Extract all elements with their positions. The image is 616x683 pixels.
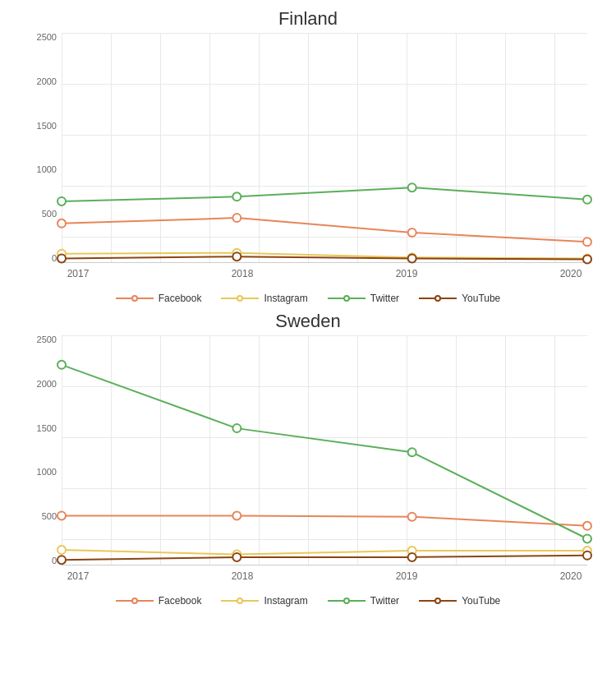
legend-line-symbol [328, 295, 365, 302]
y-label: 1000 [37, 468, 57, 477]
legend-line-symbol [116, 295, 154, 302]
legend-dash [221, 298, 237, 299]
svg-line-15 [237, 187, 411, 196]
legend-line-symbol [221, 295, 259, 302]
legend-1: FacebookInstagramTwitterYouTube [21, 595, 595, 607]
y-label: 500 [42, 210, 57, 219]
svg-point-6 [583, 238, 591, 246]
legend-dash [349, 600, 365, 602]
y-label: 2000 [37, 380, 57, 389]
x-label: 2018 [226, 268, 259, 279]
y-label: 1000 [37, 165, 57, 174]
legend-0: FacebookInstagramTwitterYouTube [21, 293, 595, 304]
legend-dash [328, 298, 344, 299]
y-label: 1500 [37, 424, 57, 433]
x-axis-0: 2017201820192020 [62, 263, 587, 288]
legend-label: Twitter [370, 293, 399, 304]
svg-point-32 [232, 512, 241, 520]
legend-line-symbol [419, 598, 457, 604]
x-label: 2018 [226, 570, 259, 582]
svg-line-23 [412, 258, 587, 259]
legend-label: YouTube [462, 293, 500, 304]
legend-dash [440, 600, 457, 602]
svg-line-2 [412, 233, 587, 242]
y-axis-0: 25002000150010005000 [21, 33, 62, 263]
y-label: 2500 [37, 335, 57, 344]
legend-item: Twitter [328, 595, 399, 607]
x-label: 2019 [390, 570, 423, 582]
svg-point-48 [583, 535, 591, 543]
svg-line-21 [62, 256, 237, 258]
svg-line-42 [62, 365, 237, 428]
legend-dash [116, 298, 132, 299]
legend-item: Instagram [221, 595, 307, 607]
page: Finland250020001500100050002017201820192… [0, 0, 616, 683]
legend-line-symbol [419, 295, 457, 302]
legend-line-symbol [116, 598, 154, 604]
legend-dash [440, 298, 457, 299]
svg-point-47 [408, 448, 416, 456]
svg-line-1 [237, 218, 411, 233]
legend-dash [242, 298, 259, 299]
y-label: 2500 [37, 33, 57, 42]
chart-title-1: Sweden [21, 311, 595, 332]
svg-point-34 [583, 522, 591, 530]
svg-point-53 [232, 553, 241, 561]
legend-label: Instagram [264, 293, 307, 304]
legend-dash [221, 600, 237, 602]
svg-line-51 [412, 556, 587, 557]
svg-point-33 [408, 513, 416, 521]
legend-label: Facebook [159, 293, 202, 304]
x-label: 2019 [390, 268, 423, 279]
legend-item: Facebook [116, 293, 202, 304]
svg-point-55 [583, 551, 591, 560]
legend-dash [242, 600, 259, 602]
svg-point-45 [57, 361, 66, 369]
legend-dash [116, 600, 132, 602]
svg-point-31 [57, 512, 66, 520]
svg-point-18 [232, 192, 241, 201]
svg-line-35 [62, 550, 237, 555]
legend-item: Instagram [221, 293, 307, 304]
x-label: 2020 [554, 268, 587, 279]
x-label: 2017 [62, 268, 94, 279]
svg-point-4 [232, 214, 241, 222]
legend-label: Instagram [264, 595, 307, 607]
chart-area-1: 250020001500100050002017201820192020 [21, 335, 595, 590]
x-label: 2020 [554, 570, 587, 582]
legend-item: YouTube [419, 595, 500, 607]
legend-dash [349, 298, 365, 299]
y-label: 0 [52, 254, 57, 263]
svg-line-49 [62, 557, 237, 560]
y-label: 0 [52, 556, 57, 565]
svg-line-0 [62, 218, 237, 224]
svg-point-54 [408, 553, 416, 561]
legend-line-symbol [221, 598, 259, 604]
chart-svg-0 [62, 33, 587, 263]
legend-item: Facebook [116, 595, 202, 607]
svg-point-3 [57, 219, 66, 228]
legend-label: Twitter [370, 595, 399, 607]
svg-line-44 [412, 452, 587, 538]
svg-point-38 [57, 546, 66, 554]
svg-line-29 [237, 516, 411, 517]
svg-point-26 [408, 254, 416, 262]
legend-label: YouTube [462, 595, 500, 607]
svg-point-46 [232, 424, 241, 432]
svg-point-25 [232, 252, 241, 261]
y-label: 1500 [37, 122, 57, 131]
y-label: 500 [42, 512, 57, 521]
svg-point-52 [57, 556, 66, 564]
svg-line-14 [62, 196, 237, 201]
svg-line-30 [412, 517, 587, 526]
chart-1: Sweden2500200015001000500020172018201920… [21, 311, 595, 607]
y-label: 2000 [37, 77, 57, 86]
svg-line-7 [62, 253, 237, 254]
legend-item: Twitter [328, 293, 399, 304]
chart-area-0: 250020001500100050002017201820192020 [21, 33, 595, 288]
legend-line-symbol [328, 598, 365, 604]
legend-dash [419, 298, 435, 299]
y-axis-1: 25002000150010005000 [21, 335, 62, 565]
svg-line-16 [412, 187, 587, 200]
legend-dash [137, 600, 154, 602]
